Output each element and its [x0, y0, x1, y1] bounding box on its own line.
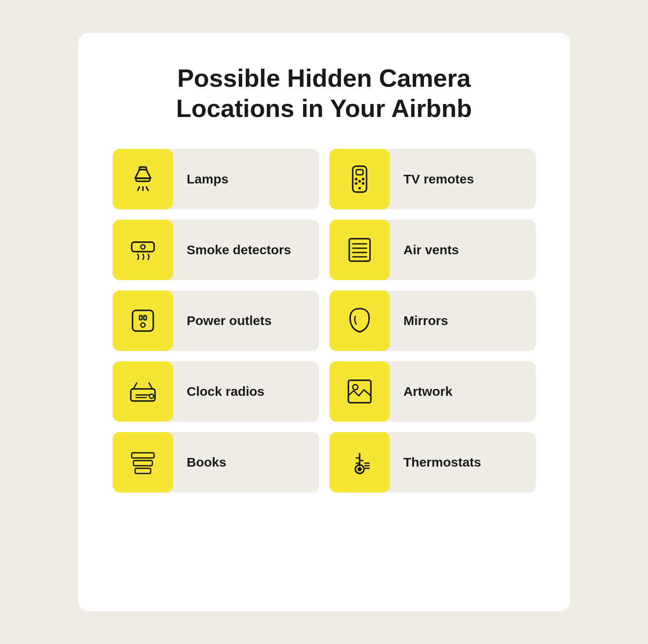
svg-point-10	[362, 182, 364, 185]
list-item: TV remotes	[329, 149, 536, 209]
svg-rect-15	[349, 239, 370, 261]
page-title: Possible Hidden Camera Locations in Your…	[156, 63, 493, 123]
svg-rect-30	[132, 453, 154, 458]
thermostats-label: Thermostats	[390, 455, 481, 470]
svg-point-34	[357, 467, 362, 471]
books-icon	[127, 447, 158, 478]
power-outlet-icon-box	[113, 290, 173, 351]
svg-rect-28	[348, 380, 371, 403]
power-outlets-label: Power outlets	[173, 313, 272, 328]
svg-rect-31	[133, 461, 152, 466]
smoke-detector-icon	[127, 234, 158, 265]
svg-point-7	[355, 178, 357, 180]
svg-point-11	[358, 180, 361, 183]
svg-rect-6	[356, 170, 363, 175]
books-icon-box	[113, 432, 173, 492]
mirror-icon-box	[329, 290, 390, 351]
artwork-icon-box	[329, 361, 390, 422]
svg-rect-32	[135, 468, 151, 474]
svg-point-29	[353, 385, 358, 390]
tv-remote-icon-box	[329, 149, 390, 209]
list-item: Air vents	[329, 220, 536, 280]
power-outlet-icon	[127, 305, 158, 336]
svg-point-23	[141, 323, 145, 327]
svg-point-27	[149, 394, 154, 398]
mirror-icon	[344, 305, 375, 336]
mirrors-label: Mirrors	[390, 313, 448, 328]
list-item: Artwork	[329, 361, 536, 422]
svg-point-12	[358, 187, 361, 189]
air-vents-label: Air vents	[390, 243, 459, 257]
smoke-detectors-label: Smoke detectors	[173, 243, 291, 257]
list-item: Lamps	[113, 149, 319, 209]
svg-rect-22	[144, 316, 146, 320]
thermostat-icon	[344, 447, 375, 478]
svg-point-9	[355, 182, 357, 185]
books-label: Books	[173, 455, 227, 470]
tv-remote-icon	[344, 164, 375, 195]
thermostat-icon-box	[329, 432, 390, 492]
svg-point-8	[362, 178, 364, 180]
lamps-label: Lamps	[173, 172, 229, 186]
lamp-icon	[127, 164, 158, 195]
list-item: Books	[113, 432, 319, 492]
lamp-icon-box	[113, 149, 173, 209]
svg-point-14	[141, 245, 145, 249]
clock-radios-label: Clock radios	[173, 384, 265, 399]
items-grid: Lamps TV remotes	[113, 149, 536, 492]
tv-remotes-label: TV remotes	[390, 172, 474, 186]
list-item: Thermostats	[329, 432, 536, 492]
air-vent-icon	[344, 234, 375, 265]
list-item: Mirrors	[329, 290, 536, 351]
list-item: Power outlets	[113, 290, 319, 351]
svg-rect-1	[136, 178, 150, 181]
svg-rect-20	[133, 310, 153, 331]
list-item: Smoke detectors	[113, 220, 319, 280]
svg-rect-13	[132, 242, 154, 252]
svg-rect-21	[139, 316, 142, 320]
list-item: Clock radios	[113, 361, 319, 422]
clock-radio-icon-box	[113, 361, 173, 422]
svg-line-2	[138, 187, 139, 190]
main-card: Possible Hidden Camera Locations in Your…	[78, 33, 570, 611]
svg-line-4	[146, 187, 148, 190]
air-vent-icon-box	[329, 220, 390, 280]
artwork-icon	[344, 376, 375, 407]
clock-radio-icon	[127, 376, 158, 407]
artwork-label: Artwork	[390, 384, 452, 399]
smoke-detector-icon-box	[113, 220, 173, 280]
